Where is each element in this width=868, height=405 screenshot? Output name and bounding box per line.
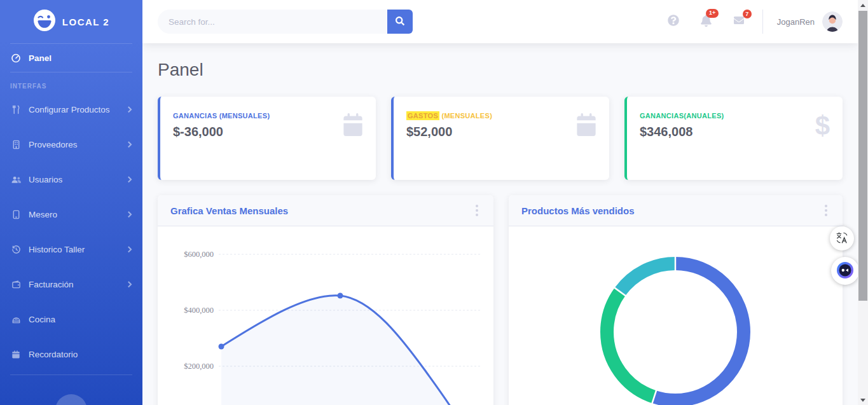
chevron-right-icon bbox=[126, 141, 132, 148]
topbar-divider bbox=[762, 10, 763, 34]
stat-card-value: $-36,000 bbox=[173, 125, 270, 139]
alerts-badge: 1+ bbox=[706, 9, 718, 18]
assistant-logo-icon bbox=[836, 261, 854, 281]
page-title: Panel bbox=[158, 60, 843, 80]
stat-card-ganancias-mensuales: GANANCIAS (MENSUALES) $-36,000 bbox=[158, 97, 376, 180]
stat-card-value: $52,000 bbox=[406, 125, 492, 139]
kebab-menu-icon[interactable] bbox=[822, 202, 830, 220]
chevron-right-icon bbox=[126, 176, 132, 182]
search-form bbox=[158, 10, 413, 34]
brand-link[interactable]: LOCAL 2 bbox=[0, 0, 142, 43]
sidebar-item-label: Usuarios bbox=[29, 175, 62, 184]
y-axis-tick: $600,000 bbox=[184, 250, 214, 259]
chevron-right-icon bbox=[126, 106, 132, 113]
sidebar-item-configurar-productos[interactable]: Configurar Productos bbox=[0, 92, 142, 127]
scrollbar-down-button[interactable] bbox=[858, 395, 868, 405]
sidebar-collapse-button[interactable] bbox=[55, 394, 87, 405]
sidebar-item-label: Historico Taller bbox=[29, 245, 85, 254]
calendar-icon bbox=[343, 113, 363, 139]
y-axis-tick: $400,000 bbox=[184, 306, 214, 315]
doughnut-chart bbox=[509, 226, 843, 405]
calendar-icon bbox=[10, 350, 22, 359]
arrow-down-icon bbox=[860, 399, 865, 402]
stat-card-ganancias-anuales: GANANCIAS(ANUALES) $346,008 $ bbox=[624, 97, 843, 180]
app-root: LOCAL 2 Panel INTERFAS Configurar Produc… bbox=[0, 0, 868, 405]
main-area: 1+ 7 JoganRen bbox=[142, 0, 858, 405]
tablet-icon bbox=[10, 210, 22, 219]
tachometer-icon bbox=[10, 53, 22, 63]
y-axis-tick: $200,000 bbox=[184, 362, 214, 371]
laugh-wink-icon bbox=[33, 9, 56, 34]
sidebar-item-label: Recordatorio bbox=[29, 350, 78, 359]
kitchen-icon bbox=[10, 315, 22, 324]
stat-card-label: GANANCIAS (MENSUALES) bbox=[173, 112, 270, 120]
question-circle-icon bbox=[668, 15, 679, 29]
sidebar-item-label: Proveedores bbox=[29, 140, 78, 149]
search-highlight: GASTOS bbox=[406, 111, 439, 120]
topbar-right: 1+ 7 JoganRen bbox=[646, 10, 843, 34]
line-series-fill bbox=[221, 296, 454, 405]
stat-card-label: GANANCIAS(ANUALES) bbox=[640, 112, 724, 120]
search-button[interactable] bbox=[387, 10, 413, 34]
chart-title: Productos Más vendidos bbox=[521, 205, 635, 216]
user-menu[interactable]: JoganRen bbox=[777, 11, 843, 32]
sidebar-item-recordatorio[interactable]: Recordatorio bbox=[0, 337, 142, 372]
sidebar-item-mesero[interactable]: Mesero bbox=[0, 197, 142, 232]
messages-badge: 7 bbox=[743, 10, 752, 18]
search-icon bbox=[396, 17, 404, 27]
assistant-extension-button[interactable] bbox=[831, 257, 859, 285]
username: JoganRen bbox=[777, 17, 815, 27]
scrollbar[interactable] bbox=[858, 0, 868, 405]
avatar bbox=[822, 11, 843, 32]
kebab-menu-icon[interactable] bbox=[473, 202, 481, 220]
search-input[interactable] bbox=[158, 10, 387, 34]
users-icon bbox=[10, 175, 22, 184]
topbar: 1+ 7 JoganRen bbox=[142, 0, 858, 43]
scrollbar-thumb[interactable] bbox=[858, 11, 867, 301]
chart-title: Grafica Ventas Mensuales bbox=[170, 205, 288, 216]
sidebar-item-panel[interactable]: Panel bbox=[0, 44, 142, 72]
sidebar-item-proveedores[interactable]: Proveedores bbox=[0, 127, 142, 162]
building-icon bbox=[10, 140, 22, 149]
sidebar: LOCAL 2 Panel INTERFAS Configurar Produc… bbox=[0, 0, 142, 405]
sidebar-item-label: Mesero bbox=[29, 210, 57, 219]
data-point bbox=[219, 344, 224, 350]
line-chart: $600,000 $400,000 $200,000 bbox=[158, 226, 493, 405]
calendar-icon bbox=[576, 113, 596, 139]
translate-icon bbox=[835, 231, 849, 247]
sidebar-divider bbox=[10, 374, 132, 375]
chevron-right-icon bbox=[126, 246, 132, 252]
arrow-up-icon bbox=[860, 4, 865, 7]
chart-card-productos-mas-vendidos: Productos Más vendidos bbox=[509, 195, 843, 405]
sidebar-item-label: Cocina bbox=[29, 315, 55, 324]
wallet-icon bbox=[10, 280, 22, 289]
sidebar-item-label: Panel bbox=[29, 53, 52, 63]
stat-card-label: GASTOS (MENSUALES) bbox=[406, 112, 492, 120]
sidebar-item-facturacion[interactable]: Facturación bbox=[0, 267, 142, 302]
history-icon bbox=[10, 245, 22, 254]
dollar-sign-icon: $ bbox=[815, 113, 830, 139]
scrollbar-up-button[interactable] bbox=[858, 0, 868, 10]
stat-card-gastos-mensuales: GASTOS (MENSUALES) $52,000 bbox=[391, 97, 609, 180]
stat-cards-row: GANANCIAS (MENSUALES) $-36,000 GASTOS (M… bbox=[158, 97, 843, 180]
data-point bbox=[338, 293, 343, 299]
sidebar-item-label: Facturación bbox=[29, 280, 74, 289]
sidebar-item-usuarios[interactable]: Usuarios bbox=[0, 162, 142, 197]
chevron-right-icon bbox=[126, 211, 132, 217]
sidebar-item-cocina[interactable]: Cocina bbox=[0, 302, 142, 337]
charts-row: Grafica Ventas Mensuales $600,000 $400,0… bbox=[158, 195, 843, 405]
utensils-icon bbox=[10, 105, 22, 114]
sidebar-item-historico-taller[interactable]: Historico Taller bbox=[0, 232, 142, 267]
chart-card-ventas-mensuales: Grafica Ventas Mensuales $600,000 $400,0… bbox=[158, 195, 493, 405]
translate-button[interactable] bbox=[830, 226, 854, 251]
envelope-icon bbox=[733, 15, 745, 28]
sidebar-section-heading: INTERFAS bbox=[0, 72, 142, 92]
stat-card-value: $346,008 bbox=[640, 125, 724, 139]
sidebar-item-label: Configurar Productos bbox=[29, 105, 110, 114]
chevron-right-icon bbox=[126, 281, 132, 287]
help-button[interactable] bbox=[668, 15, 679, 29]
messages-button[interactable]: 7 bbox=[733, 15, 745, 28]
page-content: Panel GANANCIAS (MENSUALES) $-36,000 bbox=[142, 43, 858, 405]
alerts-button[interactable]: 1+ bbox=[701, 15, 712, 29]
brand-name: LOCAL 2 bbox=[62, 17, 109, 27]
